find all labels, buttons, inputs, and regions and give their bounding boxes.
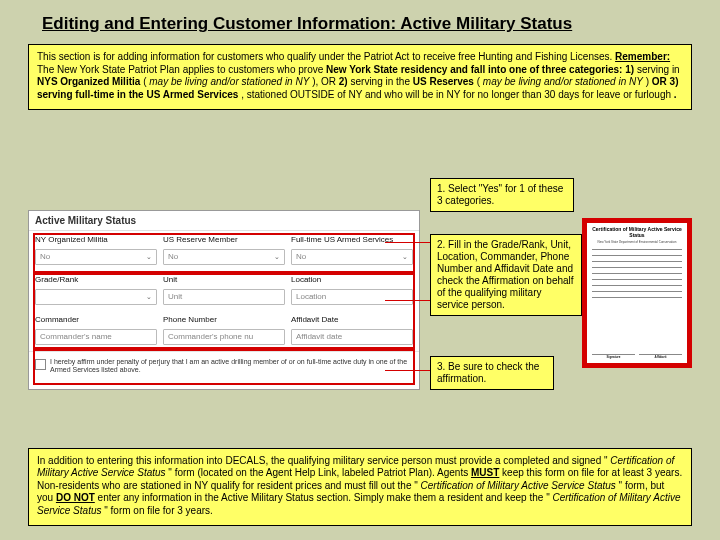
cat3-b: serving full-time in the US Armed Servic… xyxy=(37,89,238,100)
label-affidavit: Affidavit Date xyxy=(291,315,413,324)
label-phone: Phone Number xyxy=(163,315,285,324)
conditions-lead: New York State residency and fall into o… xyxy=(326,64,637,75)
label-ny-militia: NY Organized Militia xyxy=(35,235,157,244)
cat2-e: may be living and/or stationed in NY xyxy=(483,76,643,87)
cat1-b: NYS Organized Militia xyxy=(37,76,140,87)
label-grade: Grade/Rank xyxy=(35,275,157,284)
connector-line xyxy=(385,300,430,301)
cat1-c: ( xyxy=(143,76,146,87)
input-commander[interactable]: Commander's name xyxy=(35,329,157,345)
callout-1: 1. Select "Yes" for 1 of these 3 categor… xyxy=(430,178,574,212)
top-info-box: This section is for adding information f… xyxy=(28,44,692,110)
intro-text: This section is for adding information f… xyxy=(37,51,615,62)
cat2-b: serving in the xyxy=(350,76,412,87)
chevron-down-icon: ⌄ xyxy=(146,290,152,304)
callout-2: 2. Fill in the Grade/Rank, Unit, Locatio… xyxy=(430,234,582,316)
input-location[interactable]: Location xyxy=(291,289,413,305)
form-header: Active Military Status xyxy=(29,211,419,231)
doc-subtitle: New York State Department of Environment… xyxy=(592,240,682,244)
donot-label: DO NOT xyxy=(56,492,95,503)
cat3-a: OR 3) xyxy=(652,76,679,87)
chevron-down-icon: ⌄ xyxy=(402,250,408,264)
affirmation-checkbox[interactable] xyxy=(35,359,46,370)
select-grade[interactable]: ⌄ xyxy=(35,289,157,305)
cat2-a: 2) xyxy=(339,76,351,87)
select-us-reserve[interactable]: No⌄ xyxy=(163,249,285,265)
cat3-c: , stationed OUTSIDE of NY and who will b… xyxy=(241,89,671,100)
page-title: Editing and Entering Customer Informatio… xyxy=(0,0,720,44)
remember-label: Remember: xyxy=(615,51,670,62)
input-affidavit-date[interactable]: Affidavit date xyxy=(291,329,413,345)
input-unit[interactable]: Unit xyxy=(163,289,285,305)
cat2-c: US Reserves xyxy=(413,76,474,87)
callout-3: 3. Be sure to check the affirmation. xyxy=(430,356,554,390)
label-us-reserve: US Reserve Member xyxy=(163,235,285,244)
must-label: MUST xyxy=(471,467,499,478)
label-unit: Unit xyxy=(163,275,285,284)
cat1-e: ), OR xyxy=(312,76,339,87)
certification-document-thumbnail: Certification of Military Active Service… xyxy=(582,218,692,368)
input-phone[interactable]: Commander's phone nu xyxy=(163,329,285,345)
doc-title: Certification of Military Active Service… xyxy=(592,227,682,238)
military-status-form: Active Military Status NY Organized Mili… xyxy=(28,210,420,390)
select-armed-services[interactable]: No⌄ xyxy=(291,249,413,265)
select-ny-militia[interactable]: No⌄ xyxy=(35,249,157,265)
cat1-a: serving in xyxy=(637,64,680,75)
affirmation-text: I hereby affirm under penalty of perjury… xyxy=(50,358,413,375)
period: . xyxy=(674,89,677,100)
chevron-down-icon: ⌄ xyxy=(274,250,280,264)
connector-line xyxy=(385,242,430,243)
cat1-d: may be living and/or stationed in NY xyxy=(149,76,309,87)
remember-text: The New York State Patriot Plan applies … xyxy=(37,64,326,75)
label-location: Location xyxy=(291,275,413,284)
label-commander: Commander xyxy=(35,315,157,324)
bottom-info-box: In addition to entering this information… xyxy=(28,448,692,527)
cat2-d: ( xyxy=(477,76,480,87)
chevron-down-icon: ⌄ xyxy=(146,250,152,264)
connector-line xyxy=(385,370,430,371)
